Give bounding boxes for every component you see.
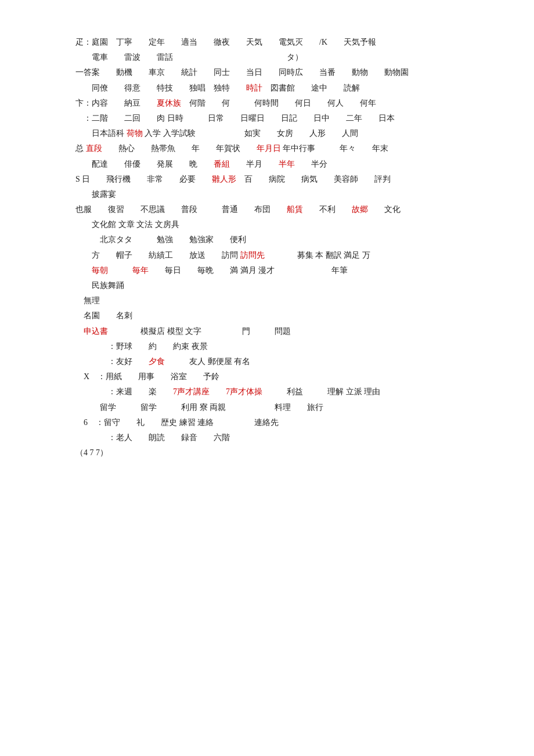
highlighted-text: 直段	[86, 144, 102, 153]
vocabulary-list: 疋：庭園 丁寧 定年 適当 徹夜 天気 電気灭 /K 天気予報 電車 雷波 雷話…	[75, 35, 511, 460]
highlighted-text: 年月日	[257, 144, 281, 153]
normal-text: 募集 本 翻訳 満足 万	[265, 251, 370, 260]
list-item: 毎朝 毎年 毎日 毎晩 満 満月 漫才 年筆	[75, 263, 511, 278]
highlighted-text: 時計	[246, 84, 262, 92]
normal-text: 何階 何 何時間 何日 何人 何年	[181, 99, 376, 107]
normal-text	[108, 266, 132, 275]
list-item: ：友好 夕食 友人 郵便屋 有名	[75, 354, 511, 369]
list-item: 疋：庭園 丁寧 定年 適当 徹夜 天気 電気灭 /K 天気予報	[75, 35, 511, 49]
normal-text: 入学 入学試験 如実 女房 人形 人間	[143, 129, 358, 138]
highlighted-text: 7声才体操	[226, 387, 262, 396]
list-item: 電車 雷波 雷話 タ）	[75, 50, 511, 64]
list-item: 留学 留学 利用 寮 両親 料理 旅行	[75, 400, 511, 415]
list-item: 卞：内容 納豆 夏休族 何階 何 何時間 何日 何人 何年	[75, 96, 511, 110]
highlighted-text: 番組	[214, 160, 230, 168]
list-item: ：老人 朗読 録音 六階	[75, 430, 511, 445]
highlighted-text: 夏休族	[157, 99, 181, 107]
list-item: S 日 飛行機 非常 必要 雛人形 百 病院 病気 美容師 評判	[75, 172, 511, 186]
list-item: 配達 俳優 発展 晩 番組 半月 半年 半分	[75, 157, 511, 171]
highlighted-text: 半年	[279, 160, 295, 168]
normal-text: 熱心 熱帯魚 年 年賀状	[102, 144, 257, 153]
normal-text: 模擬店 模型 文字 門 問題	[108, 327, 291, 336]
list-item: ：来週 楽 7声才講座 7声才体操 利益 理解 立派 理由	[75, 384, 511, 399]
list-item: 北京タタ 勉強 勉強家 便利	[75, 232, 511, 247]
normal-text: 文化	[368, 205, 400, 214]
highlighted-text: 申込書	[84, 327, 108, 336]
list-item: X ：用紙 用事 浴室 予鈴	[75, 369, 511, 384]
normal-text: 百 病院 病気 美容師 評判	[236, 175, 391, 183]
list-item: 無理	[75, 293, 511, 308]
normal-text: 半分	[295, 160, 327, 168]
highlighted-text: 7声才講座	[173, 387, 210, 396]
list-item: 日本語科 荷物 入学 入学試験 如実 女房 人形 人間	[75, 126, 511, 141]
list-item: （4 7 7）	[75, 445, 511, 460]
list-item: 披露宴	[75, 187, 511, 201]
highlighted-text: 毎年	[132, 266, 149, 275]
highlighted-text: 夕食	[149, 357, 165, 366]
normal-text: 年中行事 年々 年末	[281, 144, 389, 153]
list-item: 6 ：留守 礼 歴史 練習 連絡 連絡先	[75, 415, 511, 430]
list-item: 方 帽子 紡績工 放送 訪問 訪問先 募集 本 翻訳 満足 万	[75, 248, 511, 262]
list-item: ：二階 二回 肉 日時 日常 日曜日 日記 日中 二年 日本	[75, 111, 511, 125]
normal-text: 不利	[303, 205, 352, 214]
list-item: 同僚 得意 特技 独唱 独特 時計 図書館 途中 読解	[75, 81, 511, 95]
list-item: 总 直段 熱心 熱帯魚 年 年賀状 年月日 年中行事 年々 年末	[75, 141, 511, 156]
list-item: ：野球 約 約束 夜景	[75, 339, 511, 354]
list-item: 文化館 文章 文法 文房具	[75, 217, 511, 232]
list-item: 也服 復習 不思議 普段 普通 布団 船賃 不利 故郷 文化	[75, 202, 511, 217]
list-item: 名園 名刺	[75, 308, 511, 323]
list-item: 申込書 模擬店 模型 文字 門 問題	[75, 324, 511, 339]
normal-text: 利益 理解 立派 理由	[262, 387, 380, 396]
normal-text	[210, 387, 226, 396]
normal-text: 友人 郵便屋 有名	[165, 357, 250, 366]
list-item: 民族舞踊	[75, 278, 511, 293]
normal-text: 図書館 途中 読解	[262, 84, 360, 92]
highlighted-text: 船賃	[287, 205, 303, 214]
list-item: 一答案 動機 車京 統計 同士 当日 同時広 当番 動物 動物園	[75, 65, 511, 80]
highlighted-text: 訪問先	[240, 251, 265, 260]
normal-text: 毎日 毎晩 満 満月 漫才 年筆	[149, 266, 348, 275]
normal-text: 半月	[230, 160, 279, 168]
highlighted-text: 故郷	[352, 205, 368, 214]
highlighted-text: 毎朝	[92, 266, 108, 275]
highlighted-text: 荷物	[127, 129, 143, 138]
highlighted-text: 雛人形	[212, 175, 236, 183]
